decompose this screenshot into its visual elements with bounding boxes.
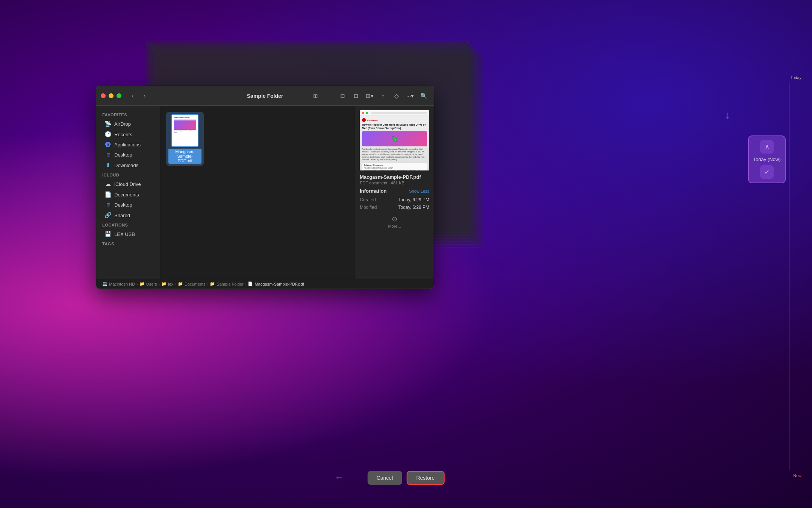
- created-row: Created Today, 6:29 PM: [360, 196, 429, 204]
- icloud-header: iCloud: [96, 170, 160, 179]
- sidebar-item-downloads[interactable]: ⬇ Downloads: [98, 160, 158, 170]
- forward-button[interactable]: ›: [139, 91, 150, 101]
- breadcrumb-hd-label: Macintosh HD: [109, 282, 135, 286]
- preview-toc: Table of Contents How Does Disk Utility …: [362, 163, 427, 170]
- sidebar-item-recents[interactable]: 🕐 Recents: [98, 129, 158, 140]
- tags-header: Tags: [96, 239, 160, 248]
- modified-value: Today, 6:29 PM: [398, 205, 430, 210]
- lex-usb-label: LEX USB: [114, 231, 135, 237]
- timeline-now-label: Now: [793, 473, 801, 478]
- more-icon[interactable]: ···▾: [404, 90, 416, 102]
- preview-info-header: Information Show Less: [360, 188, 429, 194]
- preview-article-text: Accidentally erasing important files on …: [362, 148, 427, 161]
- folder-icon-4: 📁: [210, 281, 215, 286]
- recents-label: Recents: [114, 132, 132, 137]
- sidebar-item-icloud-desktop[interactable]: 🖥 Desktop: [98, 200, 158, 210]
- usb-icon: 💾: [105, 231, 111, 237]
- tm-down-arrow: ↓: [725, 109, 730, 121]
- icloud-drive-icon: ☁: [105, 181, 111, 187]
- sep2: ›: [158, 282, 160, 286]
- preview-article-image: 🦎: [362, 131, 427, 146]
- time-machine-panel: ∧ Today (Now) ✓: [748, 135, 786, 183]
- nav-buttons: ‹ ›: [127, 91, 150, 101]
- column-view-icon[interactable]: ⊟: [337, 90, 348, 102]
- traffic-lights: [101, 93, 121, 98]
- created-label: Created: [360, 197, 376, 202]
- maximize-button[interactable]: [117, 93, 121, 98]
- timeline-today-label: Today: [791, 75, 804, 80]
- show-less-button[interactable]: Show Less: [409, 189, 429, 193]
- time-machine-down-button[interactable]: ✓: [760, 165, 774, 179]
- applications-icon: 🅐: [105, 141, 111, 148]
- preview-panel: macgasm How to Recover Data from an Eras…: [355, 106, 434, 279]
- more-button[interactable]: ⊙ More...: [360, 215, 429, 228]
- icon-view-icon[interactable]: ⊞: [310, 90, 321, 102]
- group-icon[interactable]: ⊞▾: [364, 90, 375, 102]
- folder-icon-3: 📁: [178, 281, 183, 286]
- sidebar-item-desktop[interactable]: 🖥 Desktop: [98, 150, 158, 160]
- downloads-label: Downloads: [114, 163, 138, 168]
- share-icon[interactable]: ↑: [377, 90, 389, 102]
- created-value: Today, 6:29 PM: [398, 197, 430, 202]
- breadcrumb-macintosh[interactable]: 💻 Macintosh HD: [102, 281, 135, 286]
- downloads-icon: ⬇: [105, 162, 111, 169]
- cancel-button[interactable]: Cancel: [368, 471, 402, 485]
- breadcrumb-sample-folder-label: Sample Folder: [217, 282, 244, 286]
- sidebar-item-icloud-drive[interactable]: ☁ iCloud Drive: [98, 179, 158, 189]
- shared-label: Shared: [114, 213, 130, 218]
- time-machine-label: Today (Now): [753, 157, 781, 162]
- icloud-drive-label: iCloud Drive: [114, 181, 141, 187]
- icloud-desktop-label: Desktop: [114, 202, 132, 208]
- breadcrumb-pdf[interactable]: 📄 Macgasm-Sample-PDF.pdf: [248, 281, 304, 286]
- applications-label: Applications: [114, 142, 141, 148]
- folder-icon-2: 📁: [161, 281, 167, 286]
- search-icon[interactable]: 🔍: [418, 90, 429, 102]
- title-bar: ‹ › Sample Folder ⊞ ≡ ⊟ ⊡ ⊞▾ ↑ ◇ ···▾ 🔍: [96, 86, 434, 106]
- window-title: Sample Folder: [247, 93, 283, 99]
- more-icon: ⊙: [392, 215, 397, 223]
- breadcrumb-sample-folder[interactable]: 📁 Sample Folder: [210, 281, 244, 286]
- folder-icon-1: 📁: [139, 281, 145, 286]
- breadcrumb-documents-label: Documents: [185, 282, 206, 286]
- hd-icon: 💻: [102, 281, 108, 286]
- gallery-view-icon[interactable]: ⊡: [350, 90, 362, 102]
- minimize-button[interactable]: [109, 93, 114, 98]
- sidebar-item-documents[interactable]: 📄 Documents: [98, 189, 158, 200]
- toolbar-right: ⊞ ≡ ⊟ ⊡ ⊞▾ ↑ ◇ ···▾ 🔍: [310, 90, 429, 102]
- breadcrumb-users[interactable]: 📁 Users: [139, 281, 157, 286]
- files-area: How to Recover Data... Article content p…: [160, 106, 355, 279]
- modified-label: Modified: [360, 205, 377, 210]
- breadcrumb-lex[interactable]: 📁 lex: [161, 281, 173, 286]
- icloud-desktop-icon: 🖥: [105, 202, 111, 208]
- sep3: ›: [175, 282, 176, 286]
- sep1: ›: [136, 282, 138, 286]
- file-name: Macgasm-Sample-PDF.pdf: [168, 149, 201, 164]
- restore-button[interactable]: Restore: [406, 471, 444, 485]
- list-view-icon[interactable]: ≡: [323, 90, 335, 102]
- breadcrumb-lex-label: lex: [168, 282, 173, 286]
- breadcrumb-documents[interactable]: 📁 Documents: [178, 281, 206, 286]
- close-button[interactable]: [101, 93, 106, 98]
- toc-item-2: How to Recover Data from an Erased Exter…: [364, 169, 425, 170]
- toc-item-1: How Does Disk Utility Erase Data?: [364, 167, 425, 169]
- file-thumbnail: How to Recover Data... Article content p…: [171, 114, 198, 147]
- information-label: Information: [360, 188, 387, 194]
- time-machine-up-button[interactable]: ∧: [760, 140, 774, 154]
- desktop-icon: 🖥: [105, 152, 111, 158]
- file-item[interactable]: How to Recover Data... Article content p…: [166, 112, 204, 166]
- sidebar: Favorites 📡 AirDrop 🕐 Recents 🅐 Applicat…: [96, 106, 160, 279]
- sep5: ›: [245, 282, 247, 286]
- restore-arrow: ←: [335, 472, 344, 482]
- tag-icon[interactable]: ◇: [391, 90, 402, 102]
- more-label: More...: [388, 224, 401, 228]
- sep4: ›: [207, 282, 209, 286]
- sidebar-item-lex-usb[interactable]: 💾 LEX USB: [98, 229, 158, 239]
- documents-icon: 📄: [105, 191, 111, 198]
- desktop-label: Desktop: [114, 152, 132, 158]
- airdrop-label: AirDrop: [114, 121, 131, 127]
- sidebar-item-shared[interactable]: 🔗 Shared: [98, 210, 158, 221]
- airdrop-icon: 📡: [105, 120, 111, 127]
- sidebar-item-airdrop[interactable]: 📡 AirDrop: [98, 119, 158, 129]
- sidebar-item-applications[interactable]: 🅐 Applications: [98, 140, 158, 150]
- back-button[interactable]: ‹: [127, 91, 138, 101]
